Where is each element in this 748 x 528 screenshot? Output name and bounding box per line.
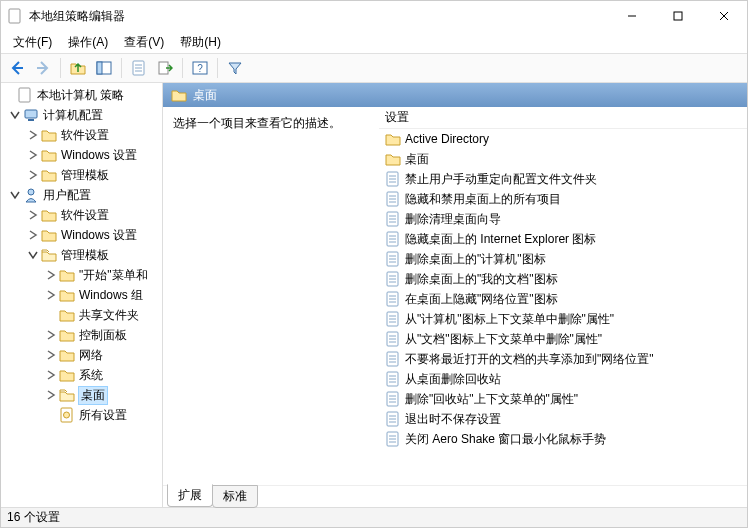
list-column-header[interactable]: 设置 xyxy=(379,107,747,129)
up-level-button[interactable] xyxy=(66,56,90,80)
tree-system[interactable]: 系统 xyxy=(1,365,163,385)
export-list-button[interactable] xyxy=(153,56,177,80)
policy-icon xyxy=(385,411,401,427)
list-item-label: 不要将最近打开的文档的共享添加到"网络位置" xyxy=(405,351,654,368)
nav-back-button[interactable] xyxy=(5,56,29,80)
list-item-label: 删除"回收站"上下文菜单的"属性" xyxy=(405,391,578,408)
tree-network[interactable]: 网络 xyxy=(1,345,163,365)
list-item[interactable]: 不要将最近打开的文档的共享添加到"网络位置" xyxy=(379,349,747,369)
tree-toggle-icon[interactable] xyxy=(3,89,15,101)
chevron-right-icon[interactable] xyxy=(27,129,39,141)
folder-icon xyxy=(41,127,57,143)
tree-root[interactable]: 本地计算机 策略 xyxy=(1,85,163,105)
tree-user-config[interactable]: 用户配置 xyxy=(1,185,163,205)
doc-icon xyxy=(17,87,33,103)
chevron-right-icon[interactable] xyxy=(27,169,39,181)
body-split: 本地计算机 策略 计算机配置 软件设置 Windows 设置 xyxy=(1,83,747,507)
tree-label: 系统 xyxy=(79,367,103,384)
tab-extended[interactable]: 扩展 xyxy=(167,484,213,507)
list-item[interactable]: 从"计算机"图标上下文菜单中删除"属性" xyxy=(379,309,747,329)
tree-start-menu[interactable]: "开始"菜单和 xyxy=(1,265,163,285)
chevron-right-icon[interactable] xyxy=(27,149,39,161)
svg-text:?: ? xyxy=(197,63,203,74)
list-item-label: 隐藏和禁用桌面上的所有项目 xyxy=(405,191,561,208)
list-item[interactable]: 隐藏和禁用桌面上的所有项目 xyxy=(379,189,747,209)
properties-button[interactable] xyxy=(127,56,151,80)
chevron-right-icon[interactable] xyxy=(45,329,57,341)
tree-label: Windows 设置 xyxy=(61,147,137,164)
menu-action[interactable]: 操作(A) xyxy=(60,32,116,53)
tree-label: "开始"菜单和 xyxy=(79,267,148,284)
tree-cc-software[interactable]: 软件设置 xyxy=(1,125,163,145)
menu-view[interactable]: 查看(V) xyxy=(116,32,172,53)
tree-desktop[interactable]: 桌面 xyxy=(1,385,163,405)
close-button[interactable] xyxy=(701,1,747,31)
chevron-right-icon[interactable] xyxy=(45,289,57,301)
tree-label: Windows 组 xyxy=(79,287,143,304)
svg-rect-11 xyxy=(674,12,682,20)
tree-cc-admin-templates[interactable]: 管理模板 xyxy=(1,165,163,185)
chevron-down-icon[interactable] xyxy=(9,109,21,121)
chevron-right-icon[interactable] xyxy=(45,269,57,281)
tree-windows-components[interactable]: Windows 组 xyxy=(1,285,163,305)
nav-forward-button[interactable] xyxy=(31,56,55,80)
description-text: 选择一个项目来查看它的描述。 xyxy=(173,116,341,130)
filter-button[interactable] xyxy=(223,56,247,80)
tree-computer-config[interactable]: 计算机配置 xyxy=(1,105,163,125)
tree-uc-admin-templates[interactable]: 管理模板 xyxy=(1,245,163,265)
list-body[interactable]: Active Directory桌面禁止用户手动重定向配置文件文件夹隐藏和禁用桌… xyxy=(379,129,747,485)
folder-icon xyxy=(385,151,401,167)
policy-icon xyxy=(385,371,401,387)
tree-label: 共享文件夹 xyxy=(79,307,139,324)
chevron-right-icon[interactable] xyxy=(27,209,39,221)
list-item[interactable]: 删除"回收站"上下文菜单的"属性" xyxy=(379,389,747,409)
computer-icon xyxy=(23,107,39,123)
show-hide-tree-button[interactable] xyxy=(92,56,116,80)
policy-icon xyxy=(385,211,401,227)
list-item[interactable]: 隐藏桌面上的 Internet Explorer 图标 xyxy=(379,229,747,249)
tree-control-panel[interactable]: 控制面板 xyxy=(1,325,163,345)
chevron-right-icon[interactable] xyxy=(27,229,39,241)
tree-label: 所有设置 xyxy=(79,407,127,424)
chevron-right-icon[interactable] xyxy=(45,389,57,401)
folder-icon xyxy=(59,267,75,283)
tree-pane[interactable]: 本地计算机 策略 计算机配置 软件设置 Windows 设置 xyxy=(1,83,163,507)
chevron-right-icon[interactable] xyxy=(45,349,57,361)
list-item[interactable]: 桌面 xyxy=(379,149,747,169)
list-item-label: Active Directory xyxy=(405,132,489,146)
help-button[interactable]: ? xyxy=(188,56,212,80)
list-item[interactable]: 禁止用户手动重定向配置文件文件夹 xyxy=(379,169,747,189)
tree-uc-windows[interactable]: Windows 设置 xyxy=(1,225,163,245)
tree-cc-windows[interactable]: Windows 设置 xyxy=(1,145,163,165)
list-item[interactable]: 在桌面上隐藏"网络位置"图标 xyxy=(379,289,747,309)
tree-label: 用户配置 xyxy=(43,187,91,204)
policy-icon xyxy=(385,431,401,447)
chevron-right-icon[interactable] xyxy=(45,369,57,381)
list-item[interactable]: 退出时不保存设置 xyxy=(379,409,747,429)
list-item[interactable]: 关闭 Aero Shake 窗口最小化鼠标手势 xyxy=(379,429,747,449)
menu-file[interactable]: 文件(F) xyxy=(5,32,60,53)
list-item[interactable]: 删除桌面上的"我的文档"图标 xyxy=(379,269,747,289)
menu-help[interactable]: 帮助(H) xyxy=(172,32,229,53)
tree-uc-software[interactable]: 软件设置 xyxy=(1,205,163,225)
list-item[interactable]: Active Directory xyxy=(379,129,747,149)
chevron-down-icon[interactable] xyxy=(9,189,21,201)
chevron-down-icon[interactable] xyxy=(27,249,39,261)
statusbar: 16 个设置 xyxy=(1,507,747,527)
folder-icon xyxy=(41,227,57,243)
tree-shared-folders[interactable]: 共享文件夹 xyxy=(1,305,163,325)
tab-standard[interactable]: 标准 xyxy=(212,485,258,508)
list-item[interactable]: 删除桌面上的"计算机"图标 xyxy=(379,249,747,269)
list-item[interactable]: 从"文档"图标上下文菜单中删除"属性" xyxy=(379,329,747,349)
maximize-button[interactable] xyxy=(655,1,701,31)
tree-label: 控制面板 xyxy=(79,327,127,344)
folder-icon xyxy=(41,147,57,163)
list-item[interactable]: 删除清理桌面向导 xyxy=(379,209,747,229)
minimize-button[interactable] xyxy=(609,1,655,31)
policy-icon xyxy=(385,391,401,407)
tree-all-settings[interactable]: 所有设置 xyxy=(1,405,163,425)
list-item[interactable]: 从桌面删除回收站 xyxy=(379,369,747,389)
folder-open-icon xyxy=(59,387,75,403)
policy-icon xyxy=(385,351,401,367)
titlebar: 本地组策略编辑器 xyxy=(1,1,747,31)
